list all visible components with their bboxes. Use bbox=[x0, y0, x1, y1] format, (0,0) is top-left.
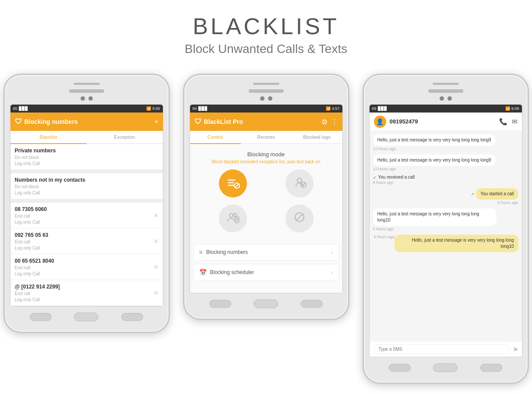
call-icon[interactable]: 📞 bbox=[499, 118, 507, 126]
phone-1-statusbar-right: 📶 5:00 bbox=[146, 106, 160, 111]
svg-point-5 bbox=[297, 178, 302, 183]
phone-2-home-btn[interactable] bbox=[254, 299, 278, 308]
tab-control[interactable]: Control bbox=[190, 131, 241, 144]
phone-3-home-btn[interactable] bbox=[433, 363, 458, 372]
svg-line-4 bbox=[235, 183, 239, 187]
svg-point-8 bbox=[229, 214, 233, 217]
delete-icon[interactable]: ✕ bbox=[153, 264, 159, 271]
blocking-numbers-menu-item[interactable]: ≡ Blocking numbers › bbox=[194, 244, 339, 260]
send-icon[interactable]: ➤ bbox=[513, 345, 518, 353]
phone-1-appbar: 🛡 Blocking numbers + bbox=[11, 113, 163, 131]
phone-2: 84 ▉▉▉ 📶 4:57 🛡 BlackList Pro ⚙ ⋮ bbox=[183, 74, 349, 320]
phone-1-wifi: 📶 bbox=[146, 106, 151, 111]
chat-message: Hello, just a test message is very very … bbox=[373, 155, 518, 171]
phone-2-menu-btn[interactable] bbox=[301, 300, 323, 308]
menu-list: ≡ Blocking numbers › 📅 Blocking schedule… bbox=[190, 239, 342, 288]
phone-2-back-btn[interactable] bbox=[209, 300, 231, 308]
blocking-mode-sub: Block blacklist excluded exception list,… bbox=[190, 159, 342, 169]
phone-3-camera2 bbox=[447, 96, 452, 101]
chat-body: Hello, just a test message is very very … bbox=[370, 131, 522, 341]
tab-exception[interactable]: Exception bbox=[87, 131, 163, 144]
svg-line-11 bbox=[235, 219, 238, 222]
phone-2-statusbar-right: 📶 4:57 bbox=[326, 106, 340, 111]
blocking-mode-off-btn[interactable] bbox=[285, 204, 314, 232]
phone-2-statusbar: 84 ▉▉▉ 📶 4:57 bbox=[190, 105, 342, 113]
blocking-mode-group-btn[interactable] bbox=[219, 204, 247, 232]
blocking-scheduler-menu-item[interactable]: 📅 Blocking scheduler › bbox=[194, 264, 339, 281]
svg-rect-1 bbox=[228, 182, 234, 183]
blocking-mode-contact-btn[interactable] bbox=[285, 169, 314, 197]
chat-appbar-left: 👤 091952479 bbox=[374, 116, 418, 128]
settings-icon[interactable]: ⚙ bbox=[321, 118, 328, 126]
shield-icon: 🛡 bbox=[15, 118, 22, 126]
app-subtitle: Block Unwanted Calls & Texts bbox=[185, 42, 347, 56]
phone-3-time: 6:09 bbox=[511, 106, 519, 111]
bl-item-title: 00 65 6521 8040 bbox=[15, 258, 159, 264]
phone-2-speaker bbox=[249, 89, 284, 93]
phone-3-statusbar-left: 69 ▉▉▉ bbox=[372, 106, 387, 111]
list-item: 00 65 6521 8040 End call Log only Call ✕ bbox=[11, 254, 163, 280]
phones-container: 65 ▉▉▉ 📶 5:00 🛡 Blocking numbers + bbox=[0, 65, 532, 394]
tab-recents[interactable]: Recents bbox=[241, 131, 292, 144]
phone-1-time: 5:00 bbox=[152, 106, 160, 111]
delete-icon[interactable]: ✕ bbox=[153, 238, 159, 245]
phone-3-statusbar-right: 📶 6:09 bbox=[505, 106, 519, 111]
phone-1-appbar-icons: + bbox=[154, 118, 158, 126]
chat-input-bar: ➤ bbox=[370, 341, 522, 357]
bl-item-sub: End call Log only Call bbox=[15, 213, 159, 225]
contact-block-icon bbox=[292, 175, 307, 192]
phone-1-statusbar-left: 65 ▉▉▉ bbox=[13, 106, 28, 111]
sms-input[interactable] bbox=[373, 344, 510, 354]
chat-message: Hello, just a test message is very very … bbox=[373, 134, 518, 151]
phone-1-menu-btn[interactable] bbox=[121, 313, 143, 321]
chat-message-sent: Hello, just a test message is very very … bbox=[373, 235, 518, 252]
bl-item-sub: End call Log only Call bbox=[15, 291, 159, 303]
list-item: Numbers not in my contacts Do not block … bbox=[11, 173, 163, 199]
call-received-text: You received a call bbox=[378, 175, 415, 179]
phone-1-speaker bbox=[69, 89, 104, 93]
delete-icon[interactable]: ✕ bbox=[153, 212, 159, 219]
list-item: @ [0122 914 2299] End call Log only Call… bbox=[11, 280, 163, 306]
blocking-scheduler-label: Blocking scheduler bbox=[210, 269, 254, 275]
phone-3-back-btn[interactable] bbox=[389, 364, 411, 372]
tab-blacklist[interactable]: Blacklist bbox=[11, 131, 87, 144]
phone-3-menu-btn[interactable] bbox=[480, 364, 502, 372]
phone-1-tabs: Blacklist Exception bbox=[11, 131, 163, 144]
tab-blocked-logs[interactable]: Blocked logs bbox=[292, 131, 342, 144]
bl-item-sub: Do not block Log only Call bbox=[15, 184, 159, 196]
list-item: 08 7305 6060 End call Log only Call ✕ bbox=[11, 203, 163, 229]
add-icon[interactable]: + bbox=[154, 118, 158, 126]
blocking-mode-active-btn[interactable] bbox=[219, 169, 247, 197]
chat-message: Hello, just a test message is very very … bbox=[373, 208, 518, 231]
svg-rect-2 bbox=[228, 185, 235, 186]
phone-2-screen: 84 ▉▉▉ 📶 4:57 🛡 BlackList Pro ⚙ ⋮ bbox=[190, 104, 343, 293]
message-icon[interactable]: ✉ bbox=[512, 118, 518, 126]
phone-2-appbar: 🛡 BlackList Pro ⚙ ⋮ bbox=[190, 113, 342, 131]
phone-1-back-btn[interactable] bbox=[30, 313, 52, 321]
bl-item-title: Private numbers bbox=[15, 148, 159, 154]
bl-item-title: @ [0122 914 2299] bbox=[15, 284, 159, 290]
phone-1-bottom bbox=[10, 313, 163, 321]
app-title: BLACKLIST bbox=[185, 13, 347, 39]
message-time: 8 hours ago bbox=[373, 201, 518, 205]
phone-2-appbar-title: 🛡 BlackList Pro bbox=[194, 118, 243, 126]
more-icon[interactable]: ⋮ bbox=[331, 118, 338, 126]
calendar-icon: 📅 bbox=[199, 269, 207, 276]
phone-1-camera bbox=[81, 96, 85, 101]
phone-2-statusbar-left: 84 ▉▉▉ bbox=[193, 106, 208, 111]
chevron-right-icon: › bbox=[331, 249, 333, 256]
svg-line-13 bbox=[296, 214, 303, 221]
phone-2-tabs: Control Recents Blocked logs bbox=[190, 131, 342, 144]
phone-3-statusbar: 69 ▉▉▉ 📶 6:09 bbox=[370, 105, 522, 113]
bl-item-title: 092 765 05 63 bbox=[15, 232, 159, 238]
delete-icon[interactable]: ✕ bbox=[153, 289, 159, 296]
bl-item-sub: End call Log only Call bbox=[15, 265, 159, 277]
phone-1-cameras bbox=[10, 96, 163, 101]
off-icon bbox=[292, 210, 307, 227]
blacklist-content: Private numbers Do not block Log only Ca… bbox=[11, 144, 163, 306]
message-time: 8 hours ago bbox=[373, 180, 518, 185]
bl-item-title: 08 7305 6060 bbox=[15, 206, 159, 212]
blocking-numbers-left: ≡ Blocking numbers bbox=[199, 249, 248, 256]
phone-1-home-btn[interactable] bbox=[74, 313, 99, 321]
phone-1: 65 ▉▉▉ 📶 5:00 🛡 Blocking numbers + bbox=[4, 74, 170, 333]
